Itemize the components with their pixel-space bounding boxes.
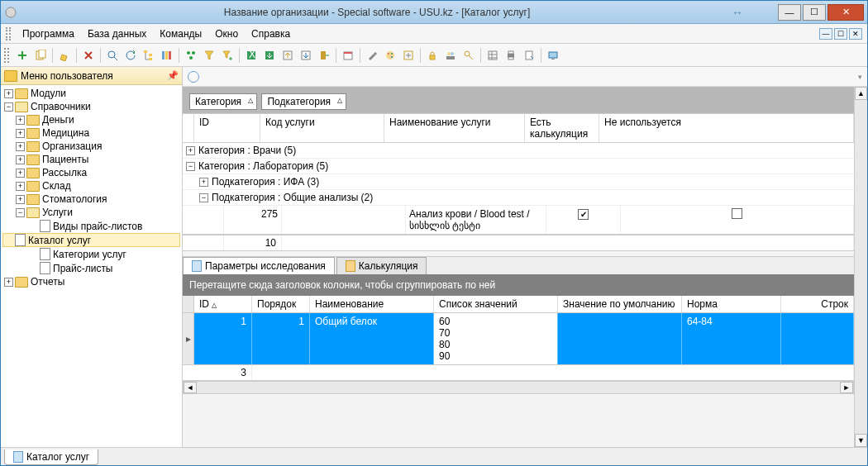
lock-icon[interactable] [424,47,441,64]
column2-values[interactable]: Список значений [434,296,558,312]
menu-program[interactable]: Программа [16,26,81,41]
tree-item-services[interactable]: −Услуги [2,206,180,219]
refresh-icon[interactable] [122,47,139,64]
calculation-icon [346,260,355,272]
mdi-close-button[interactable]: ✕ [849,28,862,40]
main-area: ▾ Категория△ Подкатегория△ ID Код услуги… [183,67,867,447]
grid-icon[interactable] [484,47,501,64]
import-icon[interactable] [298,47,314,64]
key-icon[interactable] [460,47,477,64]
tree-item-patients[interactable]: +Пациенты [2,153,180,166]
detail-table-row[interactable]: ▸ 1 1 Общий белок 60 70 80 90 64-84 [183,313,854,364]
tab-research-params[interactable]: Параметры исследования [183,257,335,274]
cell-unused[interactable] [621,206,854,234]
export-xls-icon[interactable]: X [243,47,260,64]
tree-item-pricelists[interactable]: Прайс-листы [2,261,180,275]
column-has-calc[interactable]: Есть калькуляция [525,114,599,142]
filter-add-icon[interactable] [219,47,236,64]
edit-icon[interactable] [56,47,73,64]
tree-item-warehouse[interactable]: +Склад [2,179,180,193]
users-icon[interactable] [442,47,459,64]
detail-group-panel[interactable]: Перетащите сюда заголовок колонки, чтобы… [183,274,854,296]
toolbar-grip[interactable] [4,48,9,63]
export-icon[interactable] [279,47,296,64]
group-chip-subcategory[interactable]: Подкатегория△ [261,93,346,110]
tab-calculation[interactable]: Калькуляция [336,257,427,274]
clock-icon[interactable] [188,71,199,83]
tree-item-dental[interactable]: +Стоматология [2,193,180,206]
print-icon[interactable] [503,47,519,64]
preview-icon[interactable] [521,47,537,64]
scroll-down-icon[interactable]: ▼ [855,434,867,447]
column2-name[interactable]: Наименование [310,296,434,312]
group-icon[interactable] [183,47,199,64]
group-panel[interactable]: Категория△ Подкатегория△ [183,87,854,113]
tree-item-organization[interactable]: +Организация [2,140,180,153]
calendar-icon[interactable] [340,47,356,64]
group-row-ifa[interactable]: +Подкатегория : ИФА (3) [183,174,854,190]
document-icon [192,260,202,272]
window-maximize-button[interactable]: ☐ [803,4,826,21]
tree-item-service-categories[interactable]: Категории услуг [2,247,180,261]
menu-window[interactable]: Окно [208,26,245,41]
copy-icon[interactable] [32,47,49,64]
import-xls-icon[interactable] [261,47,278,64]
mdi-restore-button[interactable]: ☐ [834,28,847,40]
toolbar: X [1,44,867,67]
column2-id[interactable]: ID △ [194,296,252,312]
column2-order[interactable]: Порядок [252,296,310,312]
menu-database[interactable]: База данных [81,26,153,41]
group-chip-category[interactable]: Категория△ [189,93,257,110]
menubar-grip[interactable] [6,27,11,40]
tree-item-references[interactable]: −Справочники [2,100,180,113]
column-id[interactable]: ID [194,114,260,142]
mdi-minimize-button[interactable]: — [819,28,832,40]
scroll-up-icon[interactable]: ▲ [855,87,867,100]
menu-help[interactable]: Справка [245,26,297,41]
sub-toolbar-chevron-icon[interactable]: ▾ [858,73,862,81]
group-row-general[interactable]: −Подкатегория : Общие анализы (2) [183,190,854,206]
window-minimize-button[interactable]: — [778,4,801,21]
tree-item-price-types[interactable]: Виды прайс-листов [2,219,180,233]
delete-icon[interactable] [80,47,97,64]
columns-icon[interactable] [159,47,175,64]
vertical-scrollbar[interactable]: ▲ ▼ [854,87,867,447]
tools-icon[interactable] [364,47,380,64]
window-title: Название организации - Special software … [22,7,732,18]
sidebar-header: Меню пользователя 📌 [1,67,182,85]
tree-item-mailing[interactable]: +Рассылка [2,166,180,179]
tree-icon[interactable] [141,47,157,64]
scroll-right-icon[interactable]: ► [840,382,853,393]
tree-item-service-catalog[interactable]: Каталог услуг [2,233,180,247]
filter-icon[interactable] [201,47,217,64]
cell-has-calc[interactable]: ✔ [546,206,621,234]
horizontal-scrollbar[interactable]: ◄ ► [183,381,854,394]
menu-commands[interactable]: Команды [153,26,208,41]
tree-item-reports[interactable]: +Отчеты [2,275,180,288]
column-name[interactable]: Наименование услуги [384,114,525,142]
column2-rows[interactable]: Строк [781,296,854,312]
scroll-left-icon[interactable]: ◄ [184,382,197,393]
search-icon[interactable] [104,47,121,64]
resize-icon[interactable]: ↔ [732,6,743,19]
tree-item-medicine[interactable]: +Медицина [2,126,180,140]
column-code[interactable]: Код услуги [260,114,384,142]
cell2-values[interactable]: 60 70 80 90 [434,313,558,364]
display-icon[interactable] [545,47,561,64]
group-row-doctors[interactable]: +Категория : Врачи (5) [183,143,854,159]
column2-default[interactable]: Значение по умолчанию [558,296,682,312]
tree-item-money[interactable]: +Деньги [2,113,180,126]
add-icon[interactable] [14,47,31,64]
cell2-norm: 64-84 [682,313,781,364]
door-icon[interactable] [316,47,332,64]
column2-norm[interactable]: Норма [682,296,781,312]
tree-item-modules[interactable]: +Модули [2,87,180,100]
group-row-lab[interactable]: −Категория : Лаборатория (5) [183,159,854,174]
window-close-button[interactable]: ✕ [827,4,864,21]
pin-icon[interactable]: 📌 [167,70,179,81]
column-unused[interactable]: Не используется [599,114,854,142]
document-tab-catalog[interactable]: Каталог услуг [4,449,98,465]
design-icon[interactable] [400,47,417,64]
palette-icon[interactable] [382,47,398,64]
table-row[interactable]: 275 Анализ крови / Blood test / სისხლის … [183,206,854,234]
